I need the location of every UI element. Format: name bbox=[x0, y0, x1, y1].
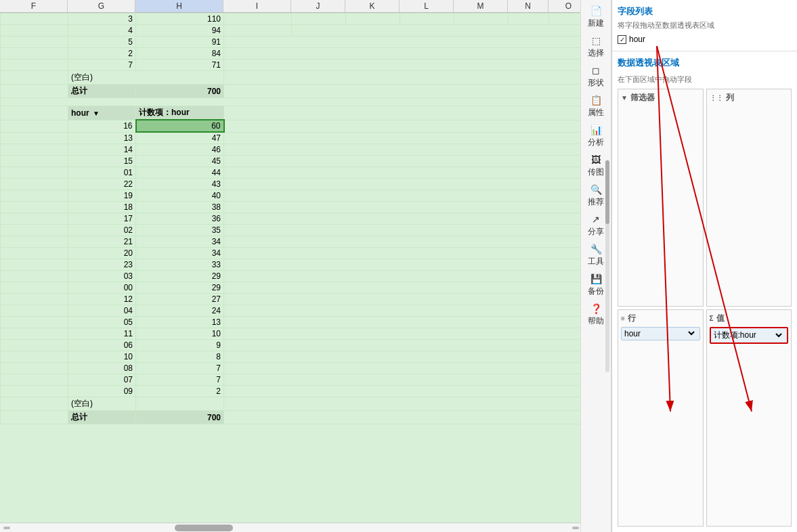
value-zone-item-count-hour[interactable]: 计数项:hour ▼ bbox=[710, 327, 789, 344]
pivot-row-zone: ≡ 行 hour ▼ bbox=[618, 309, 704, 527]
analyze-button[interactable]: 📊 分析 bbox=[582, 122, 610, 151]
toolbar: 📄 新建 ⬚ 选择 ◻ 形状 📋 属性 📊 分析 🖼 传图 🔍 推荐 ↗ bbox=[580, 0, 611, 532]
table-row: 7 71 bbox=[1, 60, 583, 71]
pivot-col1-header: hour bbox=[71, 108, 89, 118]
total-row: 总计 700 bbox=[1, 85, 583, 98]
table-row bbox=[1, 98, 583, 106]
table-row: 13 47 bbox=[1, 132, 583, 144]
new-button[interactable]: 📄 新建 bbox=[582, 3, 610, 32]
value-item-count-dropdown[interactable]: ▼ bbox=[775, 331, 784, 340]
backup-label: 备份 bbox=[588, 286, 604, 297]
table-row: 15 45 bbox=[1, 156, 583, 167]
pivot-area-title: 数据透视表区域 bbox=[618, 57, 792, 69]
table-row: 3 110 bbox=[1, 14, 583, 25]
shape-icon: ◻ bbox=[592, 65, 600, 76]
table-row: 07 7 bbox=[1, 374, 583, 386]
row-zone-item-hour[interactable]: hour ▼ bbox=[621, 327, 700, 340]
table-row: 08 7 bbox=[1, 363, 583, 374]
table-row: 22 43 bbox=[1, 179, 583, 190]
table-row: 21 34 bbox=[1, 236, 583, 248]
properties-icon: 📋 bbox=[590, 95, 602, 106]
col-n-header: N bbox=[508, 0, 548, 12]
col-h-header: H bbox=[135, 0, 223, 12]
col-j-header: J bbox=[291, 0, 345, 12]
col-i-header: I bbox=[223, 0, 291, 12]
horizontal-scrollbar[interactable] bbox=[0, 523, 582, 532]
table-row: 19 40 bbox=[1, 190, 583, 202]
properties-button[interactable]: 📋 属性 bbox=[582, 92, 610, 121]
filter-zone-text: 筛选器 bbox=[630, 92, 655, 104]
shape-label: 形状 bbox=[588, 77, 604, 89]
table-row: 23 33 bbox=[1, 259, 583, 271]
filter-zone-icon: ▼ bbox=[621, 94, 628, 102]
table-row: 10 8 bbox=[1, 351, 583, 363]
table-row: 02 35 bbox=[1, 225, 583, 236]
column-zone-icon: ⋮⋮ bbox=[710, 94, 723, 102]
table-row: 05 13 bbox=[1, 317, 583, 328]
row-zone-icon: ≡ bbox=[621, 315, 625, 322]
properties-label: 属性 bbox=[588, 107, 604, 118]
table-row: 03 29 bbox=[1, 271, 583, 282]
table-row: (空白) bbox=[1, 397, 583, 411]
pivot-header-row: hour ▼ 计数项：hour bbox=[1, 106, 583, 120]
pivot-col2-header: 计数项：hour bbox=[136, 106, 224, 120]
table-row: 16 60 bbox=[1, 120, 583, 132]
field-list-section: 字段列表 将字段拖动至数据透视表区域 ✓ hour bbox=[612, 0, 797, 51]
total-row-pivot: 总计 700 bbox=[1, 411, 583, 424]
tools-icon: 🔧 bbox=[590, 244, 602, 254]
col-k-header: K bbox=[345, 0, 400, 12]
image-icon: 🖼 bbox=[591, 154, 601, 165]
row-zone-label: ≡ 行 bbox=[621, 313, 700, 324]
pivot-area-desc: 在下面区域中拖动字段 bbox=[618, 74, 792, 85]
select-button[interactable]: ⬚ 选择 bbox=[582, 32, 610, 62]
col-g-header: G bbox=[68, 0, 135, 12]
shape-button[interactable]: ◻ 形状 bbox=[582, 62, 610, 91]
table-row: 01 44 bbox=[1, 167, 583, 179]
value-item-count-label: 计数项:hour bbox=[714, 330, 756, 341]
right-panel: 字段列表 将字段拖动至数据透视表区域 ✓ hour 数据透视表区域 在下面区域中… bbox=[611, 0, 797, 532]
column-zone-label: ⋮⋮ 列 bbox=[710, 92, 789, 104]
recommend-icon: 🔍 bbox=[590, 184, 602, 195]
pivot-column-zone: ⋮⋮ 列 bbox=[706, 89, 792, 307]
table-row: 04 24 bbox=[1, 305, 583, 317]
table-row: 18 38 bbox=[1, 202, 583, 213]
table-row: 09 2 bbox=[1, 386, 583, 397]
field-list-title: 字段列表 bbox=[618, 5, 792, 18]
column-zone-text: 列 bbox=[726, 92, 734, 104]
table-row: 17 36 bbox=[1, 213, 583, 225]
table-row: 5 91 bbox=[1, 37, 583, 48]
col-m-header: M bbox=[454, 0, 508, 12]
table-row: 12 27 bbox=[1, 294, 583, 305]
table-row: 20 34 bbox=[1, 248, 583, 259]
field-label-hour: hour bbox=[629, 35, 645, 44]
select-label: 选择 bbox=[588, 47, 604, 59]
row-item-hour-dropdown[interactable]: ▼ bbox=[687, 329, 697, 338]
table-row: 06 9 bbox=[1, 340, 583, 351]
table-row: 11 10 bbox=[1, 328, 583, 340]
col-l-header: L bbox=[400, 0, 454, 12]
table-row: 14 46 bbox=[1, 144, 583, 156]
pivot-filter-zone: ▼ 筛选器 bbox=[618, 89, 704, 307]
image-label: 传图 bbox=[588, 167, 604, 178]
share-icon: ↗ bbox=[592, 214, 600, 225]
table-row: 2 84 bbox=[1, 48, 583, 60]
recommend-label: 推荐 bbox=[588, 196, 604, 208]
table-row: 00 29 bbox=[1, 282, 583, 294]
field-list-desc: 将字段拖动至数据透视表区域 bbox=[618, 20, 792, 30]
row-zone-text: 行 bbox=[628, 313, 636, 324]
field-checkbox-hour[interactable]: ✓ bbox=[618, 35, 626, 44]
value-zone-text: 值 bbox=[716, 313, 725, 324]
tools-label: 工具 bbox=[588, 256, 604, 267]
analyze-icon: 📊 bbox=[590, 125, 602, 135]
share-label: 分享 bbox=[588, 226, 604, 238]
new-label: 新建 bbox=[588, 18, 604, 29]
filter-zone-label: ▼ 筛选器 bbox=[621, 92, 700, 104]
scrollbar-thumb[interactable] bbox=[175, 525, 233, 531]
filter-icon[interactable]: ▼ bbox=[93, 110, 100, 117]
backup-icon: 💾 bbox=[590, 273, 602, 284]
select-icon: ⬚ bbox=[592, 35, 601, 46]
value-zone-icon: Σ bbox=[710, 315, 714, 322]
help-label: 帮助 bbox=[588, 315, 604, 327]
table-row: 4 94 bbox=[1, 25, 583, 37]
field-item-hour[interactable]: ✓ hour bbox=[618, 35, 792, 44]
